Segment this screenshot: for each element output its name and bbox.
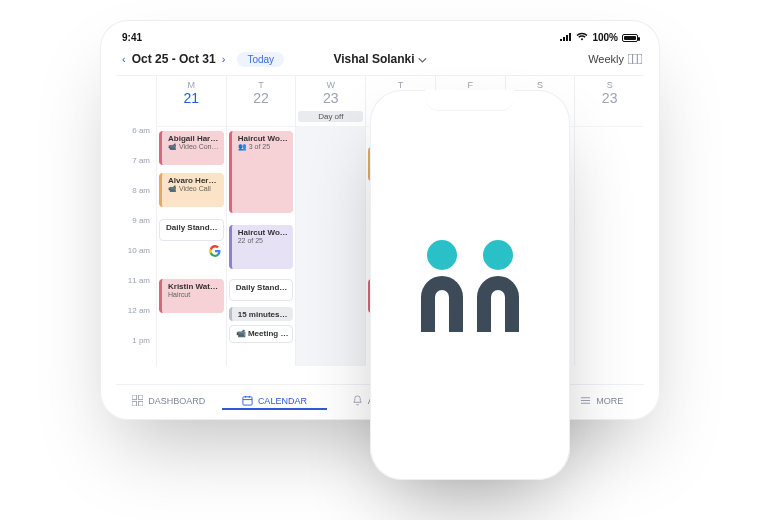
user-name: Vishal Solanki — [333, 52, 414, 66]
time-label: 1 pm — [116, 336, 156, 345]
date-range[interactable]: Oct 25 - Oct 31 — [132, 52, 216, 66]
calendar-event[interactable]: Kristin WatsonHaircut — [159, 279, 224, 313]
calendar-icon — [242, 395, 253, 406]
day-header[interactable]: M21 — [156, 76, 226, 110]
user-dropdown[interactable]: Vishal Solanki — [333, 52, 426, 66]
tablet-status-bar: 9:41 100% — [116, 32, 644, 47]
calendar-event[interactable]: Abigail Harvey📹 Video Consultations — [159, 131, 224, 165]
calendar-event[interactable]: Haircut Workshops22 of 25 — [229, 225, 294, 269]
logo-person-icon — [475, 240, 521, 332]
phone-device — [370, 90, 570, 480]
calendar-toolbar: ‹ Oct 25 - Oct 31 › Today Vishal Solanki… — [116, 47, 644, 75]
nav-dashboard[interactable]: DASHBOARD — [116, 391, 222, 410]
nav-more[interactable]: MORE — [560, 391, 644, 410]
svg-rect-5 — [243, 397, 252, 405]
today-button[interactable]: Today — [237, 52, 284, 67]
nav-label: MORE — [596, 396, 623, 406]
dashboard-icon — [132, 395, 143, 406]
calendar-event[interactable]: Alvaro Hernandez📹 Video Call — [159, 173, 224, 207]
view-label: Weekly — [588, 53, 624, 65]
menu-icon — [580, 395, 591, 406]
phone-notch — [425, 90, 515, 110]
battery-percent: 100% — [592, 32, 618, 43]
svg-rect-4 — [139, 401, 144, 406]
signal-icon — [560, 32, 572, 43]
nav-label: DASHBOARD — [148, 396, 205, 406]
svg-rect-1 — [132, 395, 137, 400]
google-icon — [209, 245, 221, 257]
svg-rect-2 — [139, 395, 144, 400]
nav-calendar[interactable]: CALENDAR — [222, 391, 328, 410]
svg-rect-0 — [628, 54, 642, 64]
time-label: 12 am — [116, 306, 156, 315]
app-logo — [419, 240, 521, 332]
status-time: 9:41 — [122, 32, 142, 43]
grid-icon — [628, 54, 642, 64]
calendar-event[interactable]: 15 minutes event — [229, 307, 294, 321]
calendar-event[interactable]: Daily Standup — [229, 279, 294, 301]
wifi-icon — [576, 32, 588, 43]
calendar-event[interactable]: Haircut Workshops👥 3 of 25 — [229, 131, 294, 213]
calendar-event[interactable]: 📹 Meeting with Jo… — [229, 325, 294, 343]
day-header[interactable]: T22 — [226, 76, 296, 110]
time-label: 6 am — [116, 126, 156, 135]
day-header[interactable]: S23 — [574, 76, 644, 110]
next-week-button[interactable]: › — [218, 51, 230, 67]
battery-icon — [622, 34, 638, 42]
time-label: 10 am — [116, 246, 156, 255]
allday-event[interactable]: Day off — [298, 111, 363, 122]
time-label: 7 am — [116, 156, 156, 165]
day-header[interactable]: W23 — [295, 76, 365, 110]
time-label: 8 am — [116, 186, 156, 195]
view-toggle[interactable]: Weekly — [588, 53, 642, 65]
svg-rect-3 — [132, 401, 137, 406]
prev-week-button[interactable]: ‹ — [118, 51, 130, 67]
chevron-down-icon — [419, 52, 427, 66]
logo-person-icon — [419, 240, 465, 332]
calendar-event[interactable]: Daily Standup — [159, 219, 224, 241]
bell-icon — [352, 395, 363, 406]
time-label: 9 am — [116, 216, 156, 225]
time-label: 11 am — [116, 276, 156, 285]
nav-label: CALENDAR — [258, 396, 307, 406]
